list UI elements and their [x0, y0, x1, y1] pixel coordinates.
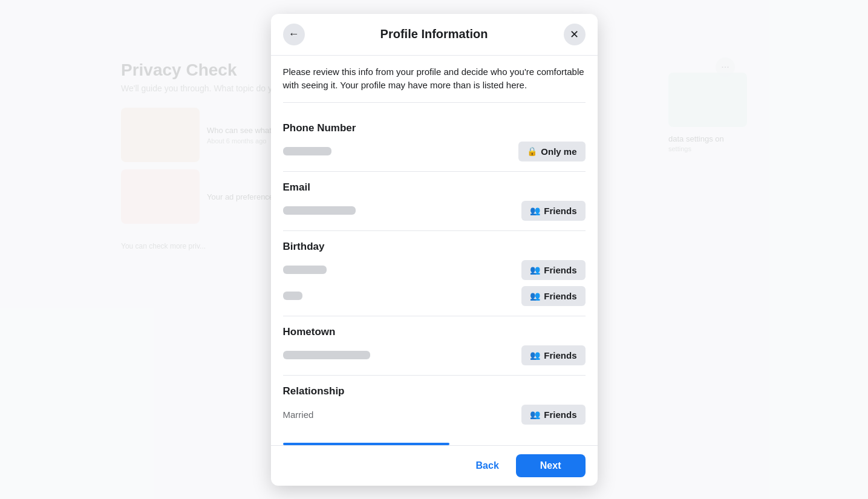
section-row-hometown-0: ●●●●●●●●●●●●●●●●●●👥Friends — [283, 345, 586, 365]
privacy-icon-relationship-0: 👥 — [530, 409, 540, 419]
modal-body: Please review this info from your profil… — [271, 56, 598, 443]
next-button[interactable]: Next — [516, 454, 586, 477]
field-value-relationship-0: Married — [283, 409, 314, 420]
modal-description: Please review this info from your profil… — [283, 65, 586, 103]
field-value-birthday-1: ●●●● — [283, 292, 302, 300]
privacy-label-relationship-0: Friends — [544, 409, 576, 420]
privacy-button-email-0[interactable]: 👥Friends — [521, 201, 585, 221]
field-value-phone-0: ●●●●●●●●●● — [283, 147, 331, 155]
privacy-icon-phone-0: 🔒 — [527, 146, 537, 156]
privacy-icon-hometown-0: 👥 — [530, 350, 540, 360]
progress-bar-container — [283, 443, 586, 445]
section-title-email: Email — [283, 181, 586, 194]
privacy-label-birthday-1: Friends — [544, 291, 576, 301]
section-relationship: RelationshipMarried👥Friends — [283, 376, 586, 434]
modal-backdrop: ← Profile Information ✕ Please review th… — [0, 0, 868, 499]
privacy-button-hometown-0[interactable]: 👥Friends — [521, 345, 585, 365]
section-email: Email●●●●●●●●●●●●●●●👥Friends — [283, 172, 586, 231]
profile-information-modal: ← Profile Information ✕ Please review th… — [271, 14, 598, 486]
modal-back-button[interactable]: ← — [283, 24, 305, 45]
section-title-hometown: Hometown — [283, 326, 586, 338]
section-row-phone-0: ●●●●●●●●●●🔒Only me — [283, 142, 586, 161]
section-row-birthday-0: ●●●●●●●●●👥Friends — [283, 260, 586, 280]
section-phone: Phone Number●●●●●●●●●●🔒Only me — [283, 113, 586, 172]
privacy-label-hometown-0: Friends — [544, 350, 576, 360]
back-arrow-icon: ← — [289, 28, 299, 41]
modal-title: Profile Information — [380, 27, 488, 41]
privacy-label-phone-0: Only me — [541, 146, 576, 157]
section-birthday: Birthday●●●●●●●●●👥Friends●●●●👥Friends — [283, 231, 586, 316]
modal-header: ← Profile Information ✕ — [271, 14, 598, 56]
modal-footer: Back Next — [271, 445, 598, 486]
sections-container: Phone Number●●●●●●●●●●🔒Only meEmail●●●●●… — [283, 113, 586, 434]
section-title-birthday: Birthday — [283, 241, 586, 253]
privacy-icon-birthday-1: 👥 — [530, 291, 540, 301]
privacy-label-email-0: Friends — [544, 206, 576, 216]
section-row-birthday-1: ●●●●👥Friends — [283, 286, 586, 306]
section-row-relationship-0: Married👥Friends — [283, 405, 586, 425]
privacy-button-birthday-0[interactable]: 👥Friends — [521, 260, 585, 280]
privacy-button-birthday-1[interactable]: 👥Friends — [521, 286, 585, 306]
privacy-button-phone-0[interactable]: 🔒Only me — [518, 142, 585, 161]
section-hometown: Hometown●●●●●●●●●●●●●●●●●●👥Friends — [283, 316, 586, 376]
field-value-email-0: ●●●●●●●●●●●●●●● — [283, 206, 356, 215]
field-value-hometown-0: ●●●●●●●●●●●●●●●●●● — [283, 351, 370, 359]
section-title-phone: Phone Number — [283, 122, 586, 134]
privacy-label-birthday-0: Friends — [544, 265, 576, 275]
section-title-relationship: Relationship — [283, 385, 586, 397]
modal-close-button[interactable]: ✕ — [564, 24, 586, 45]
progress-bar — [283, 443, 449, 445]
back-button[interactable]: Back — [466, 455, 509, 476]
privacy-button-relationship-0[interactable]: 👥Friends — [521, 405, 585, 425]
privacy-icon-birthday-0: 👥 — [530, 265, 540, 275]
field-value-birthday-0: ●●●●●●●●● — [283, 266, 327, 274]
privacy-icon-email-0: 👥 — [530, 206, 540, 215]
close-icon: ✕ — [570, 28, 579, 41]
section-row-email-0: ●●●●●●●●●●●●●●●👥Friends — [283, 201, 586, 221]
